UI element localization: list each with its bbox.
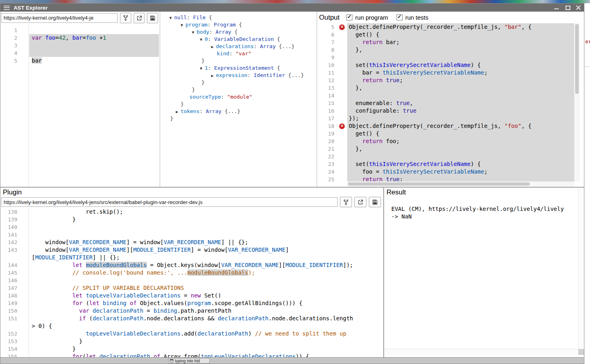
code-token: 1 — [205, 65, 208, 71]
ast-node-line[interactable]: ▶ expression: Identifier {...} — [169, 72, 317, 79]
code-token: sourceType — [189, 94, 221, 100]
code-token: {...} — [285, 72, 304, 78]
disclosure-triangle-icon[interactable]: ▶ — [211, 44, 216, 49]
code-token — [382, 176, 386, 182]
line-number: 6 — [317, 31, 337, 38]
disclosure-triangle-icon[interactable]: ▼ — [200, 66, 205, 71]
scrollbar-thumb[interactable] — [575, 24, 579, 94]
code-token: true — [403, 107, 417, 114]
code-text: } — [29, 345, 76, 353]
code-line: 6 get() { — [317, 31, 574, 38]
ast-node-line[interactable]: } — [169, 79, 317, 86]
bottom-bar-item[interactable]: typing into hid — [168, 358, 210, 364]
code-token: : — [229, 51, 236, 57]
ast-node-line[interactable]: ▶ declarations: Array {...} — [169, 43, 317, 50]
line-number: 18 — [317, 122, 337, 130]
output-title: Output — [319, 14, 340, 22]
output-editor[interactable]: 5Object.defineProperty(_recorder_.tempfi… — [317, 23, 574, 182]
ast-node-line[interactable]: ▼ 1: ExpressionStatement { — [169, 65, 317, 72]
disclosure-triangle-icon[interactable]: ▼ — [181, 23, 185, 27]
line-number: 154 — [0, 345, 20, 353]
open-external-button[interactable] — [134, 13, 145, 23]
badge-slot — [337, 130, 347, 138]
result-horizontal-scrollbar[interactable] — [384, 349, 578, 355]
output-horizontal-scrollbar[interactable] — [347, 181, 574, 187]
scrollbar-thumb[interactable] — [348, 182, 530, 186]
code-text — [347, 153, 349, 160]
open-external-icon — [358, 199, 363, 205]
run-program-label: run program — [355, 14, 388, 21]
line-number: 151 — [0, 315, 20, 322]
scrollbar-corner[interactable] — [578, 349, 584, 355]
ast-node-line[interactable]: ▼ null: File { — [169, 14, 317, 21]
result-vertical-scrollbar[interactable] — [578, 188, 584, 349]
code-token: Array — [216, 29, 231, 35]
open-external-button[interactable] — [354, 197, 366, 207]
menu-icon[interactable] — [4, 6, 10, 10]
badge-slot — [337, 92, 347, 99]
source-editor[interactable]: 12var foo=42, bar=foo +1345bar — [0, 24, 160, 187]
ast-node-line[interactable]: ▼ 0: VariableDeclaration { — [169, 36, 317, 43]
code-token: declarationPath — [197, 330, 248, 337]
code-token: ) { — [470, 161, 480, 167]
code-token: "bar" — [505, 24, 521, 30]
ast-node-line[interactable]: } — [169, 101, 317, 108]
disclosure-triangle-icon[interactable]: ▼ — [200, 37, 205, 42]
source-url-input[interactable] — [1, 13, 118, 23]
ast-node-line[interactable]: } — [169, 115, 317, 122]
maximize-button[interactable] — [565, 5, 570, 10]
line-number: 141 — [0, 231, 20, 239]
branch-button[interactable] — [340, 197, 352, 207]
disclosure-triangle-icon[interactable]: ▼ — [192, 30, 197, 34]
save-button[interactable] — [369, 197, 381, 207]
code-line: 16 configurable: true — [317, 107, 574, 115]
code-line: 140 — [0, 223, 382, 231]
code-token: get() { — [349, 31, 379, 38]
output-vertical-scrollbar[interactable] — [574, 23, 580, 182]
code-token: : — [208, 65, 214, 71]
save-icon — [150, 15, 155, 21]
code-token: ExpressionStatement — [214, 65, 274, 71]
ast-node-line[interactable]: } — [169, 57, 317, 65]
ast-node-line[interactable]: kind: "var" — [169, 50, 317, 57]
badge-slot — [337, 69, 347, 77]
code-token — [32, 330, 86, 337]
code-token: return — [362, 176, 383, 182]
code-text: window[VAR_RECORDER_NAME][MODULE_IDENTIF… — [29, 246, 289, 254]
code-token: VariableDeclaration — [214, 36, 274, 42]
badge-slot — [337, 38, 347, 46]
line-number: 15 — [317, 99, 337, 107]
ast-node-line[interactable]: sourceType: "module" — [169, 93, 317, 101]
code-token: // SPLIT UP VARIABLE DECLARATIONS — [72, 285, 184, 291]
code-token: moduleBoundGlobals — [187, 269, 248, 276]
code-text — [29, 223, 32, 231]
code-text: configurable: true — [347, 107, 417, 115]
disclosure-triangle-icon[interactable]: ▶ — [211, 73, 216, 78]
code-text — [29, 42, 159, 49]
minimize-button[interactable] — [554, 5, 559, 10]
title-bar[interactable]: AST Explorer — [0, 4, 584, 12]
code-token: { — [205, 14, 212, 20]
branch-button[interactable] — [120, 13, 131, 23]
ast-node-line[interactable]: ▶ tokens: Array {...} — [169, 108, 317, 115]
save-button[interactable] — [147, 13, 158, 23]
line-number: 20 — [317, 138, 337, 145]
disclosure-triangle-icon[interactable]: ▶ — [176, 109, 181, 114]
error-badge-icon[interactable] — [337, 23, 347, 31]
code-line: 150 var declarationPath = binding.path.p… — [0, 307, 382, 315]
line-number: 140 — [0, 223, 20, 231]
ast-node-line[interactable]: ▼ program: Program { — [169, 21, 317, 28]
ast-node-line[interactable]: ▼ body: Array { — [169, 28, 317, 36]
close-button[interactable] — [576, 5, 581, 10]
code-token: { — [231, 29, 238, 35]
ast-node-line[interactable]: } — [169, 86, 317, 93]
line-number: 8 — [317, 46, 337, 54]
plugin-url-input[interactable] — [1, 197, 338, 207]
plugin-editor[interactable]: 138 ret.skip();139 }140141142 window[VAR… — [0, 208, 382, 358]
run-tests-checkbox[interactable] — [397, 14, 403, 20]
code-token: return — [362, 77, 383, 83]
ast-tree-pane[interactable]: ▼ null: File {▼ program: Program {▼ body… — [161, 12, 317, 187]
disclosure-triangle-icon[interactable]: ▼ — [169, 16, 174, 20]
run-program-checkbox[interactable] — [346, 14, 352, 20]
error-badge-icon[interactable] — [337, 122, 347, 130]
